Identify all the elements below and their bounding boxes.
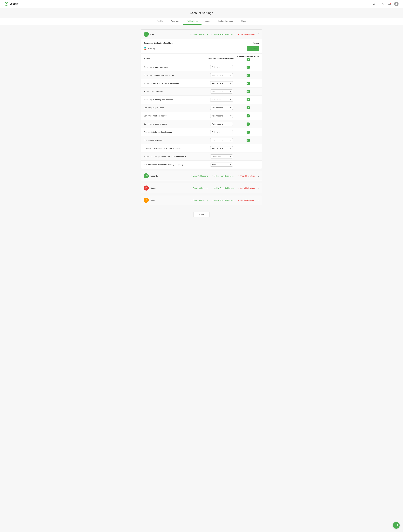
account-name-meow: Meow: [151, 187, 190, 189]
mobile-push-checkbox[interactable]: [246, 106, 250, 109]
mobile-push-checkbox[interactable]: [246, 90, 250, 93]
mobile-checkbox-cell: [237, 82, 259, 85]
tab-password[interactable]: Password: [167, 18, 183, 25]
notif-badges-meow: Email Notifications Mobile Push Notifica…: [190, 187, 255, 189]
tab-custom-branding[interactable]: Custom Branding: [214, 18, 237, 25]
account-name-cat: Cat: [151, 33, 190, 36]
mobile-push-checkbox[interactable]: [246, 114, 250, 117]
mobile-header-checkbox[interactable]: [246, 58, 250, 61]
chevron-down-icon: ⌄: [258, 187, 259, 190]
activity-label: New interactions (comments, messages, ta…: [144, 164, 206, 166]
svg-rect-12: [145, 49, 146, 50]
check-icon: [211, 187, 213, 189]
table-header: Activity Email Notifications & Frequency…: [141, 54, 262, 63]
save-button[interactable]: Save: [194, 212, 209, 217]
user-avatar[interactable]: [394, 2, 398, 6]
loomly-small-logo: [145, 174, 148, 177]
mobile-push-checkbox[interactable]: [246, 66, 250, 69]
logo-text: Loomly: [10, 2, 19, 5]
email-frequency-cell: As it happensDaily digestDeactivatedNone: [206, 154, 237, 158]
mobile-push-checkbox[interactable]: [246, 74, 250, 77]
activity-label: Something has been assigned to you: [144, 74, 206, 76]
mobile-push-checkbox[interactable]: [246, 98, 250, 101]
mobile-push-checkbox[interactable]: [246, 82, 250, 85]
table-row: Something is ready for review As it happ…: [141, 63, 262, 71]
account-name-paw: Paw: [151, 199, 190, 202]
email-frequency-select[interactable]: As it happensDaily digestWeekly digestDe…: [210, 98, 233, 102]
email-frequency-select[interactable]: As it happensDaily digestWeekly digestDe…: [210, 146, 233, 150]
provider-row-slack: Slack i Connect: [144, 46, 259, 51]
account-header-loomly[interactable]: Loomly Email Notifications Mobile Push N…: [141, 171, 262, 181]
activity-label: Draft posts have been created from RSS f…: [144, 147, 206, 149]
providers-section-cat: Connected Notification Providers Actions…: [141, 39, 262, 54]
email-frequency-select[interactable]: As it happensDaily digestDeactivatedNone: [210, 154, 233, 158]
svg-point-5: [390, 3, 391, 4]
mobile-checkbox-cell: [237, 98, 259, 101]
table-row: Post needs to be published manually As i…: [141, 128, 262, 136]
x-icon: [238, 175, 239, 177]
email-frequency-select[interactable]: As it happensDaily digestWeekly digestDe…: [210, 81, 233, 85]
help-button[interactable]: [381, 2, 385, 6]
slack-notif-badge-loomly: Slack Notifications: [238, 175, 255, 177]
table-row: Something has been approved As it happen…: [141, 112, 262, 120]
email-frequency-select[interactable]: As it happensDaily digestWeekly digestDe…: [210, 122, 233, 126]
activity-label: Something is ready for review: [144, 66, 206, 68]
table-row: Post has failed to publish As it happens…: [141, 136, 262, 144]
activity-label: No post has been published (and none sch…: [144, 155, 206, 158]
tab-billing[interactable]: Billing: [237, 18, 250, 25]
search-button[interactable]: [372, 2, 376, 6]
app-logo[interactable]: Loomly: [5, 2, 19, 6]
email-frequency-select[interactable]: As it happensDaily digestWeekly digestDe…: [210, 138, 233, 142]
email-frequency-cell: As it happensDaily digestWeekly digestDe…: [206, 122, 237, 126]
mobile-push-checkbox[interactable]: [246, 131, 250, 134]
col-mobile-header: Mobile Push Notifications: [237, 55, 259, 61]
avatar-cat: C: [144, 32, 149, 37]
email-frequency-cell: As it happensDaily digestWeekly digestDe…: [206, 163, 237, 167]
table-row: Someone left a comment As it happensDail…: [141, 88, 262, 96]
mobile-push-checkbox[interactable]: [246, 122, 250, 126]
check-icon: [190, 199, 192, 201]
email-frequency-select[interactable]: As it happensDaily digestWeekly digestDe…: [210, 89, 233, 94]
email-frequency-select[interactable]: As it happensDaily digestWeekly digestDe…: [210, 65, 233, 69]
email-frequency-cell: As it happensDaily digestWeekly digestDe…: [206, 89, 237, 94]
activity-label: Something requires edits: [144, 107, 206, 109]
page-title-bar: Account Settings: [0, 8, 403, 18]
email-frequency-select[interactable]: As it happensDaily digestWeekly digestDe…: [210, 106, 233, 110]
email-frequency-cell: As it happensDaily digestWeekly digestDe…: [206, 138, 237, 142]
app-header: Loomly: [0, 0, 403, 8]
email-frequency-select[interactable]: As it happensDaily digestWeekly digestDe…: [210, 163, 233, 167]
email-frequency-select[interactable]: As it happensDaily digestWeekly digestDe…: [210, 130, 233, 134]
info-icon[interactable]: i: [153, 48, 155, 50]
provider-info-slack: Slack i: [144, 47, 155, 50]
tab-notifications[interactable]: Notifications: [183, 18, 202, 25]
mobile-checkbox-cell: [237, 139, 259, 142]
account-header-meow[interactable]: M Meow Email Notifications Mobile Push N…: [141, 183, 262, 193]
email-frequency-cell: As it happensDaily digestWeekly digestDe…: [206, 81, 237, 85]
mobile-checkbox-cell: [237, 114, 259, 117]
table-row: No post has been published (and none sch…: [141, 152, 262, 161]
check-icon: [190, 175, 192, 177]
x-icon: [238, 33, 239, 35]
svg-rect-10: [145, 47, 146, 48]
activity-label: Post has failed to publish: [144, 139, 206, 141]
mobile-push-checkbox[interactable]: [246, 139, 250, 142]
tab-profile[interactable]: Profile: [153, 18, 167, 25]
svg-rect-11: [144, 49, 145, 50]
connect-button[interactable]: Connect: [247, 46, 259, 51]
email-frequency-cell: As it happensDaily digestWeekly digestDe…: [206, 114, 237, 118]
slack-icon: [144, 47, 146, 50]
mobile-checkbox-cell: [237, 90, 259, 93]
email-frequency-select[interactable]: As it happensDaily digestWeekly digestDe…: [210, 73, 233, 77]
save-bar: Save: [141, 208, 262, 222]
notifications-button[interactable]: [387, 2, 392, 6]
account-header-cat[interactable]: C Cat Email Notifications Mobile Push No…: [141, 30, 262, 39]
slack-notif-badge-cat: Slack Notifications: [238, 33, 255, 35]
chevron-up-icon: ⌃: [258, 33, 259, 36]
tab-apps[interactable]: Apps: [202, 18, 214, 25]
email-frequency-select[interactable]: As it happensDaily digestWeekly digestDe…: [210, 114, 233, 118]
table-row: Something has been assigned to you As it…: [141, 71, 262, 79]
account-header-paw[interactable]: P Paw Email Notifications Mobile Push No…: [141, 196, 262, 205]
mobile-checkbox-cell: [237, 66, 259, 69]
svg-point-13: [145, 175, 147, 177]
email-frequency-cell: As it happensDaily digestWeekly digestDe…: [206, 98, 237, 102]
